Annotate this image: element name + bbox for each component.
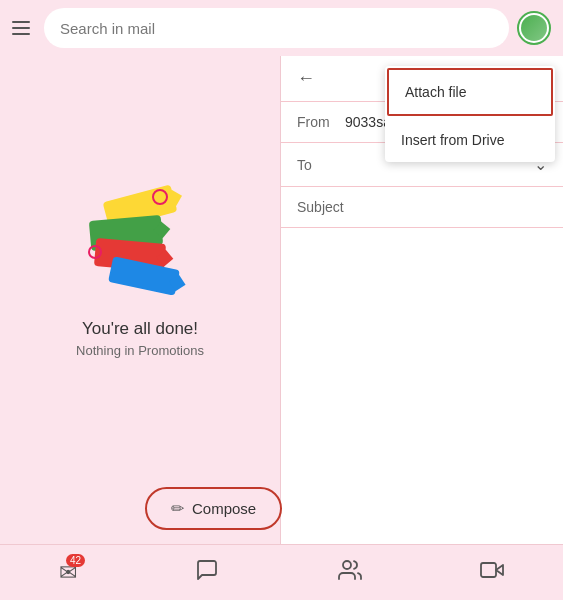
- meet-icon: [338, 558, 362, 588]
- chat-icon: [195, 558, 219, 588]
- nav-video[interactable]: [480, 558, 504, 588]
- search-bar[interactable]: Search in mail: [44, 8, 509, 48]
- compose-button-container: ✏ Compose: [145, 487, 282, 530]
- insert-from-drive-item[interactable]: Insert from Drive: [385, 118, 555, 162]
- nav-mail[interactable]: ✉ 42: [59, 560, 77, 586]
- attach-file-item[interactable]: Attach file: [387, 68, 553, 116]
- bottom-nav: ✉ 42: [0, 544, 563, 600]
- header: Search in mail: [0, 0, 563, 56]
- to-label: To: [297, 157, 337, 173]
- compose-label: Compose: [192, 500, 256, 517]
- empty-state-title: You're all done!: [82, 319, 198, 339]
- compose-button[interactable]: ✏ Compose: [145, 487, 282, 530]
- nav-chat[interactable]: [195, 558, 219, 588]
- search-placeholder: Search in mail: [60, 20, 155, 37]
- nav-meet[interactable]: [338, 558, 362, 588]
- svg-rect-2: [481, 563, 496, 577]
- ring-red: [88, 245, 102, 259]
- video-icon: [480, 558, 504, 588]
- subject-field[interactable]: Subject: [281, 187, 563, 228]
- compose-panel: ← From 9033sahibkhan@ To ⌄ Subject Attac…: [280, 56, 563, 544]
- svg-point-0: [343, 561, 351, 569]
- mail-badge-count: 42: [66, 554, 85, 567]
- compose-pencil-icon: ✏: [171, 499, 184, 518]
- main-area: You're all done! Nothing in Promotions ←…: [0, 56, 563, 544]
- svg-marker-1: [496, 565, 503, 575]
- from-label: From: [297, 114, 337, 130]
- tags-illustration: [80, 183, 200, 303]
- menu-button[interactable]: [12, 16, 36, 40]
- dropdown-menu: Attach file Insert from Drive: [385, 66, 555, 162]
- avatar[interactable]: [517, 11, 551, 45]
- empty-state-subtitle: Nothing in Promotions: [76, 343, 204, 358]
- back-button[interactable]: ←: [297, 68, 315, 89]
- promotions-panel: You're all done! Nothing in Promotions: [0, 56, 280, 544]
- ring-yellow: [152, 189, 168, 205]
- subject-label: Subject: [297, 199, 344, 215]
